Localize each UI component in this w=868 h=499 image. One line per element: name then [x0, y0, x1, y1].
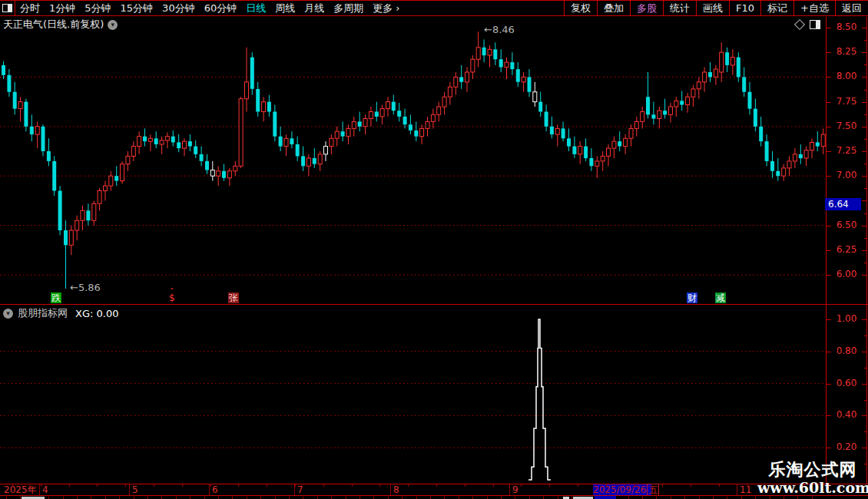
- axis-minor-tick: [864, 384, 866, 385]
- main-chart-header: 天正电气(日线.前复权) ▾: [3, 18, 118, 31]
- month-label-7: 7: [297, 484, 303, 495]
- badge-hat: ˆ: [170, 287, 174, 298]
- tab-更多 ›[interactable]: 更多 ›: [368, 1, 404, 15]
- period-menu: 分时1分钟5分钟15分钟30分钟60分钟日线周线月线多周期更多 ›: [15, 1, 405, 15]
- week-tick: [408, 484, 409, 487]
- menu-item-标记[interactable]: 标记: [760, 1, 793, 15]
- year-label: 2025年: [4, 484, 37, 495]
- time-axis: 2025年 2025/09/26五 45678911: [0, 484, 868, 495]
- menu-item-多股[interactable]: 多股: [630, 1, 663, 15]
- axis-minor-tick: [864, 352, 866, 352]
- week-tick: [267, 484, 267, 487]
- week-tick: [747, 484, 748, 487]
- price-tick-label: 6.00: [827, 269, 866, 279]
- month-tick: [129, 484, 130, 495]
- chart-corner-tools: [796, 20, 820, 29]
- app-window: 分时1分钟5分钟15分钟30分钟60分钟日线周线月线多周期更多 › 复权叠加多股…: [0, 0, 868, 499]
- signal-badge-减: 减: [715, 292, 726, 303]
- split-view-icon[interactable]: [810, 20, 820, 29]
- menu-item-统计[interactable]: 统计: [663, 1, 696, 15]
- axis-tick: [827, 28, 831, 28]
- menu-item-复权[interactable]: 复权: [564, 1, 597, 15]
- cutoff-row: [0, 496, 868, 499]
- signal-badge-$: $ˆ: [168, 292, 176, 303]
- month-tick: [390, 484, 391, 495]
- signal-badge-财: 财: [687, 292, 697, 303]
- menu-item-返回[interactable]: 返回: [835, 1, 868, 15]
- axis-tick: [827, 275, 831, 276]
- week-tick: [662, 484, 663, 487]
- toolbar: 分时1分钟5分钟15分钟30分钟60分钟日线周线月线多周期更多 › 复权叠加多股…: [0, 0, 868, 16]
- page-title: 天正电气(日线.前复权): [3, 18, 104, 31]
- axis-tick: [827, 52, 831, 53]
- month-label-11: 11: [740, 484, 751, 495]
- axis-tick: [827, 127, 831, 127]
- tab-多周期[interactable]: 多周期: [329, 1, 368, 15]
- tab-60分钟[interactable]: 60分钟: [200, 1, 242, 15]
- axis-minor-tick: [864, 400, 866, 401]
- price-tick-label: 7.75: [827, 96, 866, 107]
- price-tick-label: 6.50: [827, 220, 866, 230]
- month-label-4: 4: [42, 484, 48, 495]
- sub-chart-header: ▾ 股朋指标网 XG: 0.00: [3, 306, 118, 320]
- menu-item-F10[interactable]: F10: [729, 1, 760, 15]
- axis-tick: [827, 415, 831, 416]
- week-tick: [436, 484, 437, 487]
- week-tick: [12, 484, 13, 487]
- candlestick-canvas[interactable]: [0, 17, 826, 304]
- indicator-tick-label: 0.20: [827, 441, 866, 452]
- tab-日线[interactable]: 日线: [241, 1, 270, 15]
- tab-1分钟[interactable]: 1分钟: [45, 1, 80, 15]
- indicator-value: XG: 0.00: [75, 308, 118, 319]
- indicator-axis: 1.000.800.600.400.20: [827, 305, 866, 484]
- week-tick: [578, 484, 578, 487]
- month-label-9: 9: [512, 484, 518, 495]
- month-tick: [509, 484, 510, 495]
- axis-tick: [827, 77, 831, 78]
- menu-item-叠加[interactable]: 叠加: [597, 1, 630, 15]
- axis-tick: [827, 448, 831, 448]
- tab-5分钟[interactable]: 5分钟: [80, 1, 115, 15]
- axis-tick: [827, 319, 831, 320]
- layout-toggle-button[interactable]: [0, 1, 15, 15]
- month-tick: [737, 484, 737, 495]
- watermark: 乐淘公式网 www.60lt.com: [757, 460, 868, 495]
- week-tick: [323, 484, 324, 487]
- week-tick: [125, 484, 126, 487]
- week-tick: [691, 484, 691, 487]
- diamond-icon[interactable]: [794, 19, 805, 30]
- indicator-name: 股朋指标网: [18, 306, 68, 320]
- axis-minor-tick: [864, 319, 866, 320]
- axis-tick: [827, 352, 831, 352]
- menu-item-画线[interactable]: 画线: [696, 1, 729, 15]
- month-tick: [39, 484, 40, 495]
- chevron-down-icon[interactable]: ▾: [108, 20, 118, 30]
- axis-tick: [827, 226, 831, 226]
- week-tick: [295, 484, 296, 487]
- chevron-down-icon[interactable]: ▾: [3, 309, 13, 319]
- cutoff-highlight-fragment: [595, 496, 616, 499]
- tab-月线[interactable]: 月线: [300, 1, 329, 15]
- week-tick: [352, 484, 353, 487]
- tab-30分钟[interactable]: 30分钟: [157, 1, 200, 15]
- month-label-8: 8: [393, 484, 399, 495]
- high-annotation: ←8.46: [484, 24, 515, 35]
- week-tick: [210, 484, 211, 487]
- axis-tick: [827, 384, 831, 385]
- axis-tick: [827, 176, 831, 177]
- indicator-tick-label: 0.80: [827, 345, 866, 356]
- axis-minor-tick: [864, 415, 866, 416]
- indicator-tick-label: 0.60: [827, 378, 866, 388]
- price-tick-label: 8.00: [827, 71, 866, 81]
- indicator-canvas[interactable]: [0, 305, 826, 484]
- axis-minor-tick: [864, 448, 866, 448]
- price-tick-label: 7.25: [827, 145, 866, 156]
- tab-15分钟[interactable]: 15分钟: [116, 1, 158, 15]
- menu-item-+自选[interactable]: +自选: [793, 1, 835, 15]
- month-label-6: 6: [212, 484, 218, 495]
- watermark-url: www.60lt.com: [757, 480, 868, 495]
- tab-周线[interactable]: 周线: [270, 1, 300, 15]
- week-tick: [41, 484, 41, 487]
- price-tick-label: 7.50: [827, 121, 866, 131]
- tab-分时[interactable]: 分时: [15, 1, 45, 15]
